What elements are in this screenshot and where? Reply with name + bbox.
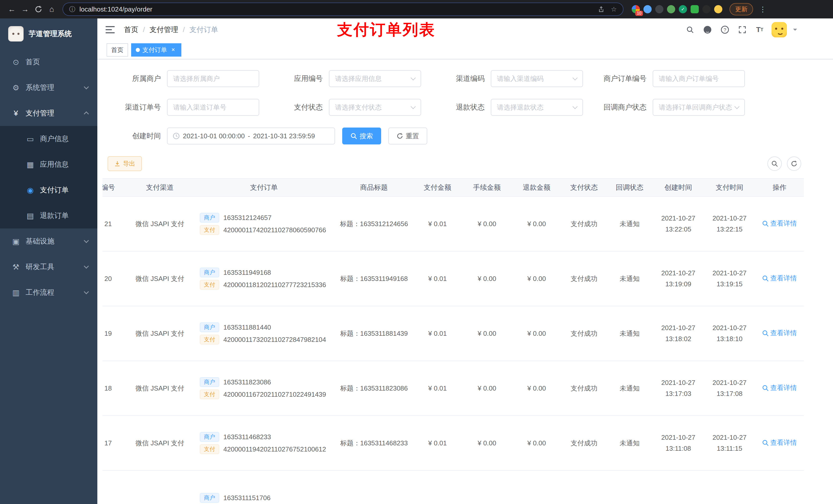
cell-callback-status: 未通知 (606, 361, 653, 416)
extensions-grid-icon[interactable]: 10 (632, 5, 640, 13)
merchant-order-no-input[interactable]: 请输入商户订单编号 (653, 70, 745, 87)
date-start-value[interactable]: 2021-10-01 00:00:00 (183, 132, 245, 140)
cell-title: 标题：1635311949168 (335, 251, 413, 306)
cell-fee: ¥ 0.00 (462, 361, 512, 416)
pay-time: 13:22:15 (705, 224, 754, 235)
merchant-order-no-field: 商户订单编号请输入商户订单编号 (593, 70, 745, 87)
date-range-picker[interactable]: 2021-10-01 00:00:00 - 2021-10-31 23:59:5… (167, 127, 335, 144)
chevron-down-icon (411, 104, 416, 109)
chevron-down-icon (84, 264, 89, 269)
address-bar[interactable]: ⓘ localhost:1024/pay/order ☆ (63, 3, 623, 16)
check-extension-icon[interactable]: ✓ (679, 5, 687, 13)
sidebar-item-infra[interactable]: ▣基础设施 (0, 229, 97, 254)
sidebar-item-home[interactable]: ⊙首页 (0, 49, 97, 75)
sidebar-item-app-info[interactable]: ▦应用信息 (0, 152, 97, 177)
cell-pay-order: 商户1635312124657支付42000011742021102780605… (193, 196, 335, 251)
cell-id: 20 (102, 251, 127, 306)
sidebar-item-label: 商户信息 (40, 134, 69, 144)
view-detail-link[interactable]: 查看详情 (762, 274, 797, 283)
breadcrumb-separator: / (143, 26, 145, 34)
browser-update-button[interactable]: 更新 (730, 3, 753, 15)
tab-label: 首页 (111, 46, 123, 54)
app-logo[interactable]: 芋道管理系统 (0, 19, 97, 49)
pay-status-select[interactable]: 请选择支付状态 (329, 99, 421, 116)
sidebar-item-merchant-info[interactable]: ▭商户信息 (0, 126, 97, 152)
cell-id: 17 (102, 416, 127, 471)
reload-icon[interactable] (32, 3, 45, 16)
tab-active[interactable]: 支付订单× (131, 43, 181, 56)
collapse-sidebar-icon[interactable] (105, 26, 115, 33)
cell-action: 查看详情 (755, 251, 804, 306)
sidebar-item-label: 退款订单 (40, 211, 69, 220)
dark-extension-icon[interactable] (655, 5, 663, 13)
url-text[interactable]: localhost:1024/pay/order (79, 5, 592, 13)
pay-status-field: 支付状态请选择支付状态 (269, 99, 421, 116)
browser-menu-icon[interactable]: ⋮ (757, 5, 768, 14)
placeholder-text: 请选择应用信息 (335, 74, 408, 83)
cell-status: 支付成功 (562, 361, 606, 416)
search-icon (762, 275, 769, 282)
app-no-label: 应用编号 (269, 74, 323, 83)
breadcrumb-item[interactable]: 首页 (124, 25, 138, 34)
pay-date: 2021-10-27 (705, 377, 754, 388)
fullscreen-icon[interactable] (737, 24, 748, 35)
channel-code-select[interactable]: 请输入渠道编码 (491, 70, 583, 87)
help-icon[interactable]: ? (719, 24, 731, 35)
smiley-extension-icon[interactable] (714, 5, 722, 13)
reset-button[interactable]: 重置 (388, 127, 427, 144)
breadcrumb-item[interactable]: 支付管理 (149, 25, 178, 34)
sidebar-menu: ⊙首页⚙系统管理¥支付管理▭商户信息▦应用信息◉支付订单▤退款订单▣基础设施⚒研… (0, 49, 97, 504)
date-end-value[interactable]: 2021-10-31 23:59:59 (253, 132, 315, 140)
channel-order-no-input[interactable]: 请输入渠道订单号 (167, 99, 259, 116)
create-date: 2021-10-27 (654, 377, 703, 388)
filter-row: 所属商户请选择所属商户应用编号请选择应用信息渠道编码请输入渠道编码商户订单编号请… (108, 70, 833, 87)
cell-channel: 微信 JSAPI 支付 (127, 196, 193, 251)
view-detail-link[interactable]: 查看详情 (762, 438, 797, 447)
drop-extension-icon[interactable] (643, 5, 652, 13)
view-detail-link[interactable]: 查看详情 (762, 383, 797, 392)
back-icon[interactable]: ← (5, 3, 19, 16)
view-detail-link[interactable]: 查看详情 (762, 219, 797, 228)
column-header: 支付金额 (413, 179, 462, 196)
search-icon[interactable] (685, 24, 696, 35)
sidebar-item-workflow[interactable]: ▥工作流程 (0, 280, 97, 305)
app-no-select[interactable]: 请选择应用信息 (329, 70, 421, 87)
merchant-input[interactable]: 请选择所属商户 (167, 70, 259, 87)
tab-item[interactable]: 首页 (106, 43, 128, 56)
view-detail-link[interactable]: 查看详情 (762, 329, 797, 338)
view-detail-label: 查看详情 (770, 329, 797, 338)
sidebar-item-label: 首页 (26, 57, 40, 67)
site-info-icon[interactable]: ⓘ (69, 5, 75, 13)
cell-id: 19 (102, 306, 127, 361)
refund-status-select[interactable]: 请选择退款状态 (491, 99, 583, 116)
bookmark-star-icon[interactable]: ☆ (611, 5, 617, 13)
github-icon[interactable] (702, 24, 713, 35)
font-size-icon[interactable]: TT (754, 24, 765, 35)
sidebar-item-system[interactable]: ⚙系统管理 (0, 75, 97, 100)
sidebar-item-refund-order[interactable]: ▤退款订单 (0, 203, 97, 229)
chevron-down-icon[interactable] (793, 29, 797, 33)
close-icon[interactable]: × (170, 46, 177, 53)
refresh-table-button[interactable] (787, 157, 801, 171)
target-icon: ◉ (25, 186, 36, 195)
share-icon[interactable] (598, 6, 605, 13)
forward-icon[interactable]: → (19, 3, 32, 16)
cell-fee: ¥ 0.00 (462, 416, 512, 471)
pin-extension-icon[interactable] (703, 5, 711, 13)
sidebar-item-pay-order[interactable]: ◉支付订单 (0, 177, 97, 203)
export-button[interactable]: 导出 (108, 156, 142, 171)
sidebar-item-pay[interactable]: ¥支付管理 (0, 100, 97, 126)
toggle-search-button[interactable] (767, 157, 782, 171)
search-button[interactable]: 搜索 (342, 127, 381, 144)
green-square-extension-icon[interactable] (691, 5, 699, 13)
app-no-field: 应用编号请选择应用信息 (269, 70, 421, 87)
search-icon (762, 385, 769, 391)
table-row: 17微信 JSAPI 支付商户1635311468233支付4200001194… (102, 416, 804, 471)
view-detail-label: 查看详情 (770, 274, 797, 283)
user-avatar[interactable] (771, 22, 787, 38)
sidebar-item-dev-tools[interactable]: ⚒研发工具 (0, 254, 97, 280)
pay-order-line: 支付4200001167202110271022491439 (200, 389, 334, 399)
home-icon[interactable]: ⌂ (45, 3, 58, 16)
green-dot-extension-icon[interactable] (667, 5, 675, 13)
callback-status-select[interactable]: 请选择订单回调商户状态 (653, 99, 745, 116)
